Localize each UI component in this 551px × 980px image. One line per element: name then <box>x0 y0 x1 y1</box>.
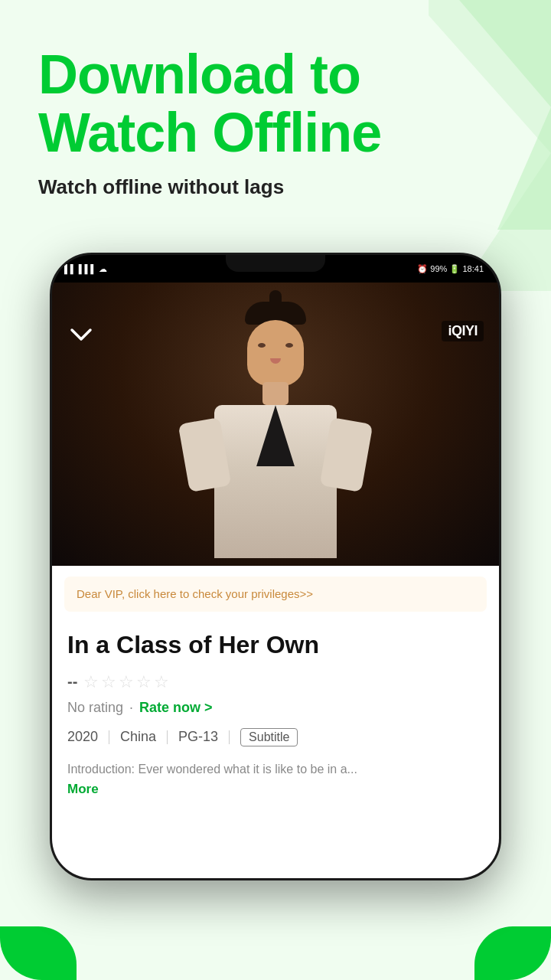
no-rating-text: No rating <box>67 700 123 716</box>
star-3: ☆ <box>119 672 134 692</box>
time-battery: ⏰ 99% 🔋 18:41 <box>417 264 484 274</box>
signal-icon: ▌▌ ▌▌▌ ☁ <box>64 264 107 274</box>
main-title: Download to Watch Offline <box>38 46 513 162</box>
person-figure <box>184 313 367 558</box>
no-rating-row: No rating · Rate now > <box>52 698 499 724</box>
rating-dash: -- <box>67 673 77 691</box>
more-link[interactable]: More <box>67 782 484 797</box>
status-right: ⏰ 99% 🔋 18:41 <box>417 264 484 274</box>
bottom-green-right <box>474 926 551 980</box>
show-rating: PG-13 <box>178 729 218 745</box>
star-2: ☆ <box>101 672 116 692</box>
video-area: iQIYI <box>52 283 499 566</box>
vip-banner-text: Dear VIP, click here to check your privi… <box>77 587 313 600</box>
subtitle-badge: Subtitle <box>240 728 298 746</box>
intro-text: Introduction: Ever wondered what it is l… <box>67 763 357 776</box>
show-year: 2020 <box>67 729 98 745</box>
rate-now-link[interactable]: Rate now > <box>139 700 213 716</box>
content-area: Dear VIP, click here to check your privi… <box>52 566 499 878</box>
figure-neck <box>262 382 289 405</box>
phone-container: ▌▌ ▌▌▌ ☁ ⏰ 99% 🔋 18:41 iQIYI <box>0 253 551 880</box>
back-button[interactable] <box>67 321 95 351</box>
intro-section: Introduction: Ever wondered what it is l… <box>52 751 499 800</box>
phone-mockup: ▌▌ ▌▌▌ ☁ ⏰ 99% 🔋 18:41 iQIYI <box>50 253 501 880</box>
stars-container: ☆ ☆ ☆ ☆ ☆ <box>83 672 169 692</box>
meta-divider-2 <box>167 730 168 744</box>
star-1: ☆ <box>83 672 99 692</box>
star-5: ☆ <box>154 672 169 692</box>
show-country: China <box>120 729 156 745</box>
meta-divider-3 <box>229 730 230 744</box>
meta-divider-1 <box>109 730 109 744</box>
figure-head <box>247 320 304 386</box>
figure-body <box>214 405 337 558</box>
phone-notch <box>226 255 325 272</box>
rating-row: -- ☆ ☆ ☆ ☆ ☆ <box>52 666 499 698</box>
bottom-green-left <box>0 926 77 980</box>
meta-row: 2020 China PG-13 Subtitle <box>52 724 499 751</box>
vip-banner[interactable]: Dear VIP, click here to check your privi… <box>64 577 487 612</box>
show-title: In a Class of Her Own <box>52 622 499 665</box>
header-section: Download to Watch Offline Watch offline … <box>0 0 551 222</box>
status-left: ▌▌ ▌▌▌ ☁ <box>64 264 107 274</box>
star-4: ☆ <box>136 672 152 692</box>
header-subtitle: Watch offline without lags <box>38 175 513 199</box>
iqiyi-logo: iQIYI <box>442 321 484 341</box>
dot-separator: · <box>129 700 133 716</box>
